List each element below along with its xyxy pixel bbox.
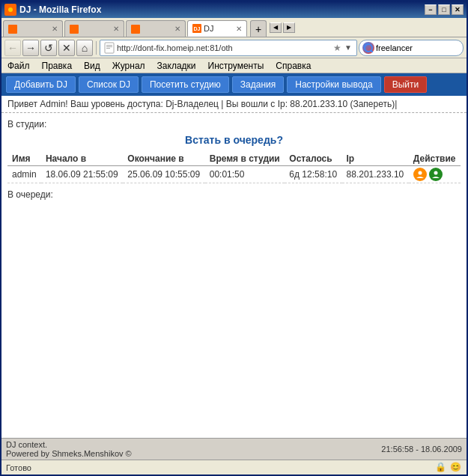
tab-2[interactable]: ✕ [64,20,124,37]
add-dj-button[interactable]: Добавить DJ [6,76,76,93]
cell-ip: 88.201.233.10 [342,166,409,183]
svg-rect-4 [106,46,112,47]
action-edit-icon[interactable] [429,168,443,181]
action-kick-icon[interactable] [413,168,427,181]
menu-bookmarks[interactable]: Закладки [154,60,199,72]
tab-4-label: DJ [204,24,213,33]
tab-4-favicon: DJ [192,24,201,33]
svg-point-9 [434,171,437,175]
status-bar: Готово 🔒 😊 [1,460,467,475]
welcome-message: Привет Admin! Ваш уровень доступа: Dj-Вл… [7,99,397,109]
list-dj-button[interactable]: Список DJ [79,76,139,93]
address-dropdown-icon[interactable]: ▼ [343,43,353,52]
menu-file[interactable]: Файл [4,60,33,72]
bookmark-star-icon[interactable]: ★ [333,43,341,53]
exit-button[interactable]: Выйти [384,76,428,93]
page-icon [103,42,115,54]
menu-bar: Файл Правка Вид Журнал Закладки Инструме… [1,58,467,73]
site-footer: DJ context. Powered by Shmeks.Menshikov … [1,438,467,460]
visit-studio-button[interactable]: Посетить студию [142,76,229,93]
col-header-action: Действие [409,152,461,166]
forward-button[interactable]: → [22,40,39,56]
studio-table: Имя Начало в Окончание в Время в студии … [7,152,461,183]
menu-help[interactable]: Справка [273,60,314,72]
title-bar-left: DJ - Mozilla Firefox [4,4,101,16]
tab-controls: ◀ ▶ [270,22,295,33]
smiley-icon: 😊 [450,462,462,474]
tab-scroll-right[interactable]: ▶ [283,22,295,33]
col-header-time-in-studio: Время в студии [205,152,285,166]
output-settings-button[interactable]: Настройки вывода [287,76,381,93]
tab-1-close[interactable]: ✕ [52,25,58,33]
col-header-end: Окончание в [123,152,204,166]
col-header-start: Начало в [41,152,123,166]
toolbar-separator [96,41,97,55]
col-header-ip: Ip [342,152,409,166]
cell-start-time: 18.06.09 21:55:09 [41,166,123,183]
tab-4[interactable]: DJ DJ ✕ [187,20,247,37]
footer-powered-by: Powered by Shmeks.Menshikov © [6,449,132,458]
toolbar: ← → ↺ ✕ ⌂ ★ ▼ 🔍 [1,37,467,58]
title-buttons: − □ ✕ [425,4,464,15]
stop-button[interactable]: ✕ [58,40,75,56]
status-text: Готово [6,463,31,472]
svg-point-1 [8,7,13,12]
maximize-button[interactable]: □ [438,4,450,15]
new-tab-button[interactable]: + [250,20,267,37]
lock-icon: 🔒 [435,462,447,474]
tab-2-favicon [70,25,79,34]
tab-1-favicon [8,25,17,34]
site-nav: Добавить DJ Список DJ Посетить студию За… [1,73,467,96]
info-bar: Привет Admin! Ваш уровень доступа: Dj-Вл… [1,96,467,113]
cell-end-time: 25.06.09 10:55:09 [123,166,204,183]
menu-edit[interactable]: Правка [39,60,76,72]
tab-3-favicon [131,25,140,34]
svg-line-7 [371,50,373,52]
tasks-button[interactable]: Задания [232,76,284,93]
in-queue-label: В очереди: [7,189,461,200]
title-bar: DJ - Mozilla Firefox − □ ✕ [1,1,467,18]
close-button[interactable]: ✕ [452,4,464,15]
tab-scroll-left[interactable]: ◀ [270,22,282,33]
main-content: В студии: Встать в очередь? Имя Начало в… [1,113,467,438]
minimize-button[interactable]: − [425,4,437,15]
back-button[interactable]: ← [4,40,21,56]
address-bar[interactable]: ★ ▼ [100,40,357,56]
status-icons: 🔒 😊 [435,462,462,474]
browser-window: DJ - Mozilla Firefox − □ ✕ ✕ ✕ [0,0,468,476]
footer-context: DJ context. [6,440,132,449]
reload-button[interactable]: ↺ [40,40,57,56]
tab-bar: ✕ ✕ ✕ DJ DJ ✕ + ◀ [1,18,467,37]
search-input[interactable] [376,43,468,52]
tab-3[interactable]: ✕ [126,20,186,37]
svg-rect-3 [106,45,112,46]
svg-rect-5 [106,48,110,49]
col-header-name: Имя [7,152,41,166]
menu-view[interactable]: Вид [81,60,103,72]
cell-action [409,166,461,183]
queue-heading: Встать в очередь? [7,134,461,146]
tab-2-close[interactable]: ✕ [113,25,119,33]
menu-history[interactable]: Журнал [109,60,148,72]
browser-content: Добавить DJ Список DJ Посетить студию За… [1,73,467,460]
svg-point-8 [418,171,422,175]
table-row: admin 18.06.09 21:55:09 25.06.09 10:55:0… [7,166,461,183]
menu-tools[interactable]: Инструменты [205,60,267,72]
action-icons [413,168,456,181]
browser-icon [4,4,16,16]
footer-timestamp: 21:56:58 - 18.06.2009 [381,445,462,454]
cell-name: admin [7,166,41,183]
cell-time-in-studio: 00:01:50 [205,166,285,183]
home-button[interactable]: ⌂ [76,40,93,56]
tab-1[interactable]: ✕ [3,20,63,37]
col-header-remaining: Осталось [285,152,341,166]
search-engine-logo [362,42,374,54]
in-studio-label: В студии: [7,119,461,129]
search-bar[interactable]: 🔍 [359,40,464,56]
tab-3-close[interactable]: ✕ [174,25,180,33]
cell-remaining: 6д 12:58:10 [285,166,341,183]
address-input[interactable] [117,43,332,52]
tab-4-close[interactable]: ✕ [236,25,242,33]
footer-left: DJ context. Powered by Shmeks.Menshikov … [6,440,132,458]
table-header-row: Имя Начало в Окончание в Время в студии … [7,152,461,166]
